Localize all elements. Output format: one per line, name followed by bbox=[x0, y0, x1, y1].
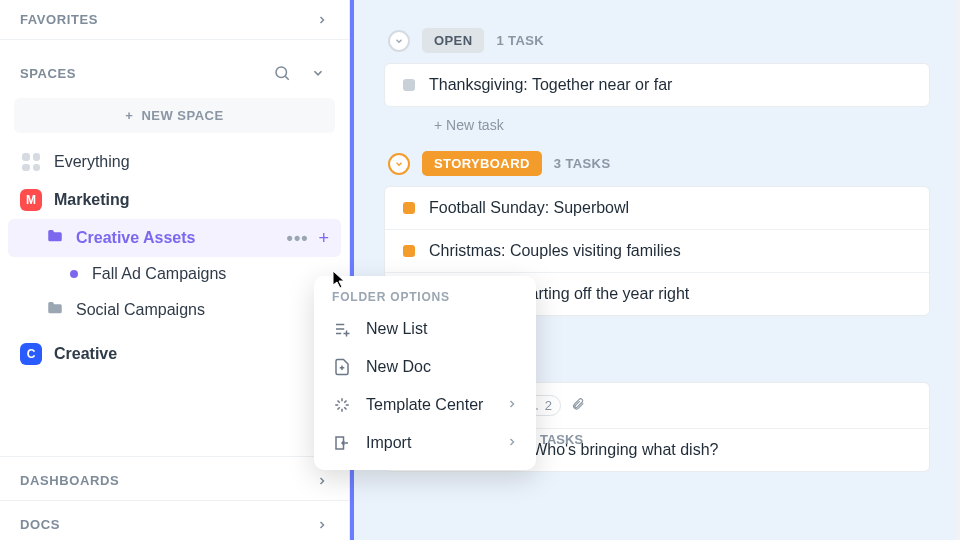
space-creative[interactable]: C Creative bbox=[8, 335, 341, 373]
menu-label: Import bbox=[366, 434, 411, 452]
chevron-right-icon bbox=[506, 396, 518, 414]
new-task-button[interactable]: + New task bbox=[384, 107, 930, 133]
task-row[interactable]: Football Sunday: Superbowl bbox=[385, 187, 929, 230]
list-dot-icon bbox=[70, 270, 78, 278]
folder-options-menu: FOLDER OPTIONS New List New Doc Template… bbox=[314, 276, 536, 470]
scrollbar-track[interactable] bbox=[956, 0, 960, 540]
folder-creative-assets-label: Creative Assets bbox=[76, 229, 195, 247]
docs-section-header[interactable]: DOCS bbox=[0, 505, 349, 540]
group-header-open[interactable]: OPEN 1 TASK bbox=[384, 28, 930, 53]
task-title: Thanksgiving: Together near or far bbox=[429, 76, 672, 94]
svg-line-1 bbox=[285, 76, 288, 79]
task-title: Christmas: Couples visiting families bbox=[429, 242, 681, 260]
task-count: TASKS bbox=[540, 432, 583, 447]
chevron-down-icon[interactable] bbox=[307, 62, 329, 84]
task-title: Football Sunday: Superbowl bbox=[429, 199, 629, 217]
subtask-count: 2 bbox=[545, 398, 552, 413]
everything-item[interactable]: Everything bbox=[8, 143, 341, 181]
status-pill-storyboard[interactable]: STORYBOARD bbox=[422, 151, 542, 176]
task-count: 1 TASK bbox=[496, 33, 544, 48]
everything-icon bbox=[20, 151, 42, 173]
new-space-label: NEW SPACE bbox=[141, 108, 223, 123]
more-icon[interactable]: ••• bbox=[287, 229, 309, 247]
favorites-section-header[interactable]: FAVORITES bbox=[0, 0, 349, 35]
new-space-button[interactable]: + NEW SPACE bbox=[14, 98, 335, 133]
spaces-label: SPACES bbox=[20, 66, 76, 81]
chevron-right-icon bbox=[506, 434, 518, 452]
space-marketing[interactable]: M Marketing bbox=[8, 181, 341, 219]
menu-template-center[interactable]: Template Center bbox=[314, 386, 536, 424]
list-fall-ad-label: Fall Ad Campaigns bbox=[92, 265, 226, 283]
attachment-icon[interactable] bbox=[571, 397, 585, 414]
plus-icon: + bbox=[125, 108, 133, 123]
group-header-storyboard[interactable]: STORYBOARD 3 TASKS bbox=[384, 151, 930, 176]
space-marketing-label: Marketing bbox=[54, 191, 130, 209]
task-list-open: Thanksgiving: Together near or far bbox=[384, 63, 930, 107]
search-icon[interactable] bbox=[271, 62, 293, 84]
everything-label: Everything bbox=[54, 153, 130, 171]
status-pill-open[interactable]: OPEN bbox=[422, 28, 484, 53]
list-fall-ad-campaigns[interactable]: Fall Ad Campaigns bbox=[8, 257, 341, 291]
space-badge-c: C bbox=[20, 343, 42, 365]
folder-social-campaigns[interactable]: Social Campaigns bbox=[8, 291, 341, 329]
folder-icon bbox=[46, 299, 64, 321]
space-creative-label: Creative bbox=[54, 345, 117, 363]
import-icon bbox=[332, 434, 352, 452]
divider bbox=[0, 39, 349, 40]
menu-new-doc[interactable]: New Doc bbox=[314, 348, 536, 386]
folder-creative-assets[interactable]: Creative Assets ••• + bbox=[8, 219, 341, 257]
space-badge-m: M bbox=[20, 189, 42, 211]
chevron-right-icon bbox=[315, 474, 329, 488]
folder-social-label: Social Campaigns bbox=[76, 301, 205, 319]
task-count: 3 TASKS bbox=[554, 156, 611, 171]
cursor-icon bbox=[332, 270, 348, 293]
task-row[interactable]: Christmas: Couples visiting families bbox=[385, 230, 929, 273]
spaces-section-header: SPACES bbox=[0, 44, 349, 92]
space-tree: Everything M Marketing Creative Assets •… bbox=[0, 143, 349, 373]
menu-new-list[interactable]: New List bbox=[314, 310, 536, 348]
menu-label: New List bbox=[366, 320, 427, 338]
menu-label: New Doc bbox=[366, 358, 431, 376]
divider bbox=[0, 500, 349, 501]
divider bbox=[0, 456, 349, 457]
dashboards-section-header[interactable]: DASHBOARDS bbox=[0, 461, 349, 496]
dashboards-label: DASHBOARDS bbox=[20, 473, 119, 488]
folder-icon bbox=[46, 227, 64, 249]
task-status-icon[interactable] bbox=[403, 245, 415, 257]
list-icon bbox=[332, 320, 352, 338]
sparkle-icon bbox=[332, 396, 352, 414]
collapse-toggle-icon[interactable] bbox=[388, 153, 410, 175]
task-row[interactable]: Thanksgiving: Together near or far bbox=[385, 64, 929, 106]
menu-import[interactable]: Import bbox=[314, 424, 536, 462]
menu-label: Template Center bbox=[366, 396, 483, 414]
docs-label: DOCS bbox=[20, 517, 60, 532]
status-group-open: OPEN 1 TASK Thanksgiving: Together near … bbox=[384, 28, 930, 133]
chevron-right-icon bbox=[315, 518, 329, 532]
svg-point-0 bbox=[276, 67, 287, 78]
add-to-folder-icon[interactable]: + bbox=[318, 229, 329, 247]
collapse-toggle-icon[interactable] bbox=[388, 30, 410, 52]
doc-icon bbox=[332, 358, 352, 376]
chevron-right-icon bbox=[315, 13, 329, 27]
sidebar: FAVORITES SPACES + NEW SPACE bbox=[0, 0, 350, 540]
favorites-label: FAVORITES bbox=[20, 12, 98, 27]
task-status-icon[interactable] bbox=[403, 79, 415, 91]
task-status-icon[interactable] bbox=[403, 202, 415, 214]
